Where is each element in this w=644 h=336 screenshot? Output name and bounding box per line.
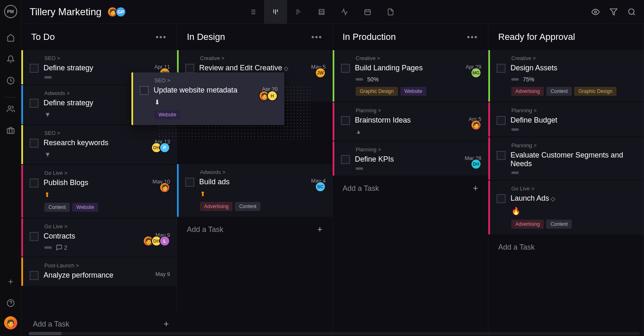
task-card[interactable]: Planning >Evaluate Customer Segments and… bbox=[488, 137, 644, 180]
view-calendar-icon[interactable] bbox=[356, 0, 379, 24]
scrollbar-thumb[interactable] bbox=[29, 332, 62, 335]
add-task-button[interactable]: Add a Task+ bbox=[488, 235, 644, 259]
task-category[interactable]: Post-Launch > bbox=[44, 262, 170, 269]
task-checkbox[interactable] bbox=[185, 178, 194, 187]
task-checkbox[interactable] bbox=[341, 116, 350, 125]
task-category[interactable]: Go Live > bbox=[511, 185, 637, 192]
task-card[interactable]: Planning >Define KPIsMar 28DH bbox=[333, 141, 488, 176]
column-menu-icon[interactable]: ••• bbox=[311, 32, 322, 42]
visibility-icon[interactable] bbox=[591, 8, 600, 16]
task-checkbox[interactable] bbox=[30, 139, 39, 148]
project-members[interactable]: 🧑 GP bbox=[107, 7, 126, 17]
view-board-icon[interactable] bbox=[264, 0, 287, 24]
project-title[interactable]: Tillery Marketing bbox=[30, 6, 101, 18]
add-task-label: Add a Task bbox=[33, 320, 69, 329]
view-activity-icon[interactable] bbox=[333, 0, 356, 24]
task-category[interactable]: Planning > bbox=[356, 146, 481, 153]
tag[interactable]: Website bbox=[400, 87, 426, 96]
tag[interactable]: Advertising bbox=[511, 220, 544, 229]
task-assignees[interactable]: 🧑 H bbox=[259, 90, 278, 101]
home-icon[interactable] bbox=[2, 30, 19, 46]
tag[interactable]: Website bbox=[72, 203, 98, 212]
tag[interactable]: Content bbox=[546, 220, 572, 229]
task-checkbox[interactable] bbox=[341, 64, 350, 73]
task-card[interactable]: SEO >Research keywordsApr 13▼DHP bbox=[21, 125, 177, 164]
add-icon[interactable] bbox=[2, 273, 19, 290]
task-assignees[interactable]: DHP bbox=[151, 142, 170, 153]
help-icon[interactable] bbox=[2, 295, 19, 311]
task-assignees[interactable]: 🧑 bbox=[159, 182, 170, 193]
current-user-avatar[interactable]: 🧑 bbox=[4, 316, 17, 329]
task-card[interactable]: Creative >Design Assets75%AdvertisingCon… bbox=[488, 50, 644, 102]
recent-icon[interactable] bbox=[2, 72, 19, 89]
comments-count[interactable]: 2 bbox=[56, 244, 67, 251]
task-card[interactable]: Planning >Define Budget bbox=[488, 102, 644, 137]
notifications-icon[interactable] bbox=[2, 51, 19, 67]
task-card[interactable]: Creative >Build Landing PagesApr 2950%MG… bbox=[333, 50, 488, 102]
people-icon[interactable] bbox=[2, 101, 19, 117]
task-assignees[interactable]: SC bbox=[315, 181, 326, 192]
task-category[interactable]: Creative > bbox=[511, 55, 637, 61]
column-menu-icon[interactable]: ••• bbox=[467, 32, 478, 42]
task-checkbox[interactable] bbox=[497, 116, 506, 125]
tag[interactable]: Content bbox=[44, 203, 70, 212]
task-assignees[interactable]: 🧑DHL bbox=[143, 236, 170, 246]
task-assignees[interactable]: DH bbox=[471, 159, 481, 169]
board-column: In Design•••Creative >Review and Edit Cr… bbox=[177, 24, 333, 336]
view-files-icon[interactable] bbox=[379, 0, 402, 24]
task-category[interactable]: Creative > bbox=[356, 55, 481, 61]
horizontal-scrollbar[interactable] bbox=[29, 332, 640, 335]
task-card[interactable]: Go Live >Launch Ads◇🔥AdvertisingContent bbox=[488, 181, 644, 234]
task-category[interactable]: Adwords > bbox=[200, 169, 326, 175]
task-category[interactable]: Go Live > bbox=[44, 170, 170, 176]
task-card[interactable]: Post-Launch >Analyze performanceMay 9 bbox=[21, 257, 177, 286]
task-checkbox[interactable] bbox=[30, 232, 39, 241]
task-checkbox[interactable] bbox=[497, 194, 506, 203]
task-card[interactable]: Planning >Brainstorm IdeasApr 5▲🧑 bbox=[333, 102, 488, 141]
avatar: JW bbox=[315, 67, 326, 78]
task-checkbox[interactable] bbox=[30, 99, 39, 108]
task-category: SEO > bbox=[154, 77, 278, 83]
tag[interactable]: Content bbox=[546, 87, 572, 96]
task-card[interactable]: Adwords >Build adsMay 4⬆SCAdvertisingCon… bbox=[177, 164, 332, 217]
view-sheet-icon[interactable] bbox=[310, 0, 333, 24]
task-card[interactable]: Go Live >Publish BlogsMay 10⬆🧑ContentWeb… bbox=[21, 165, 177, 218]
tag[interactable]: Graphic Design bbox=[356, 87, 398, 96]
task-category[interactable]: Go Live > bbox=[44, 223, 170, 229]
briefcase-icon[interactable] bbox=[2, 122, 19, 139]
task-category[interactable]: Planning > bbox=[356, 107, 481, 114]
task-category[interactable]: SEO > bbox=[44, 55, 170, 61]
app-logo[interactable]: PM bbox=[4, 5, 17, 18]
progress-text: 50% bbox=[367, 76, 379, 83]
task-assignees[interactable]: MG bbox=[471, 67, 481, 78]
task-checkbox[interactable] bbox=[140, 86, 149, 95]
tag[interactable]: Website bbox=[154, 110, 180, 119]
tag[interactable]: Graphic Design bbox=[574, 87, 616, 96]
task-category[interactable]: SEO > bbox=[44, 130, 170, 136]
column-menu-icon[interactable]: ••• bbox=[156, 32, 167, 42]
tag[interactable]: Content bbox=[235, 202, 260, 211]
task-checkbox[interactable] bbox=[30, 271, 39, 280]
tag[interactable]: Advertising bbox=[200, 202, 232, 211]
task-card[interactable]: Go Live >ContractsMay 9 2🧑DHL bbox=[21, 218, 177, 257]
add-task-button[interactable]: Add a Task+ bbox=[333, 176, 488, 200]
view-list-icon[interactable] bbox=[241, 0, 264, 24]
task-category[interactable]: Planning > bbox=[511, 107, 637, 114]
add-task-button[interactable]: Add a Task+ bbox=[177, 218, 332, 241]
task-checkbox[interactable] bbox=[185, 64, 194, 73]
task-checkbox[interactable] bbox=[30, 178, 39, 188]
view-gantt-icon[interactable] bbox=[287, 0, 310, 24]
task-checkbox[interactable] bbox=[497, 64, 506, 73]
diamond-icon: ◇ bbox=[284, 65, 288, 72]
dragging-task-card[interactable]: SEO > Update website metadata Apr 20 ⬇ 🧑… bbox=[131, 72, 284, 125]
task-checkbox[interactable] bbox=[30, 64, 39, 73]
search-icon[interactable] bbox=[628, 8, 636, 16]
filter-icon[interactable] bbox=[610, 8, 618, 16]
task-checkbox[interactable] bbox=[341, 155, 350, 164]
task-assignees[interactable]: JW bbox=[315, 67, 326, 78]
task-assignees[interactable]: 🧑 bbox=[471, 120, 481, 130]
task-checkbox[interactable] bbox=[497, 151, 506, 160]
tag[interactable]: Advertising bbox=[511, 87, 544, 96]
task-category[interactable]: Planning > bbox=[511, 142, 637, 148]
task-category[interactable]: Creative > bbox=[200, 55, 326, 61]
